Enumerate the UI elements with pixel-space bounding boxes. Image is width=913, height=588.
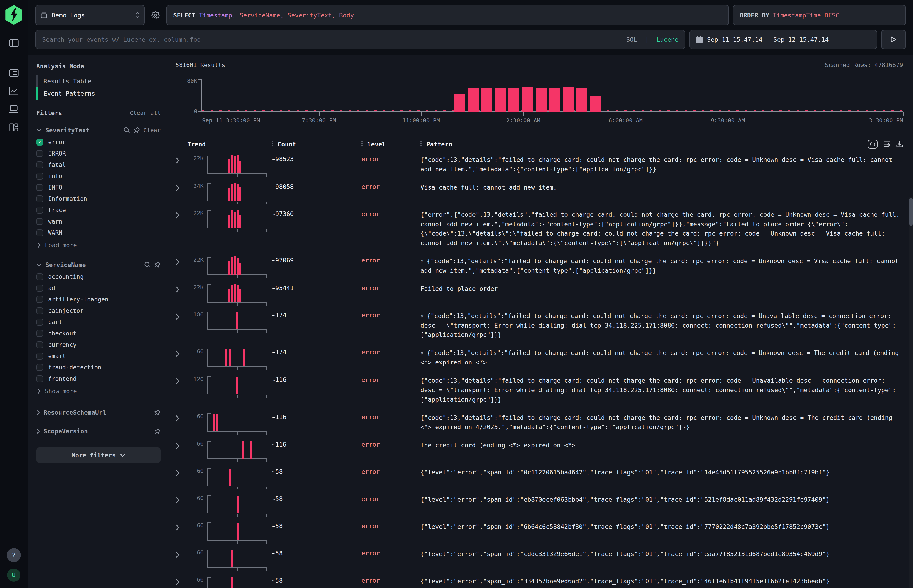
checkbox[interactable] [36, 285, 43, 291]
pattern-row[interactable]: 60~116error{"code":13,"details":"failed … [175, 409, 903, 436]
pattern-text[interactable]: {"level":"error","span_id":"eb870ecef063… [421, 494, 903, 514]
pattern-text[interactable]: {"code":13,"details":"failed to charge c… [421, 155, 903, 174]
analysis-mode-option[interactable]: Results Table [36, 75, 160, 87]
pattern-row[interactable]: 60~58error{"level":"error","span_id":"33… [175, 572, 903, 588]
time-range-picker[interactable]: Sep 11 15:47:14 - Sep 12 15:47:14 [690, 30, 877, 49]
expand-chevron-icon[interactable] [175, 182, 187, 201]
pattern-row[interactable]: 60~58error{"level":"error","span_id":"0c… [175, 464, 903, 491]
histogram-plot[interactable]: Sep 11 3:30:00 PM7:30:00 PM11:00:00 PM2:… [201, 79, 903, 112]
filter-checkbox-item[interactable]: ERROR [36, 148, 160, 159]
pattern-text[interactable]: {"code":13,"details":"failed to charge c… [421, 375, 903, 404]
filter-checkbox-item[interactable]: info [36, 170, 160, 182]
pattern-row[interactable]: 60~116errorThe credit card (ending <*> e… [175, 436, 903, 464]
filter-checkbox-item[interactable]: ad [36, 283, 160, 294]
pattern-text[interactable]: {"level":"error","span_id":"334357bae9ed… [421, 576, 903, 588]
checkbox[interactable] [36, 162, 43, 168]
checkbox[interactable] [36, 207, 43, 213]
checkbox[interactable]: ✓ [36, 139, 43, 145]
expand-chevron-icon[interactable] [175, 375, 187, 404]
analysis-mode-option[interactable]: Event Patterns [36, 87, 160, 100]
source-select[interactable]: Demo Logs [36, 5, 145, 25]
column-resize-handle[interactable] [421, 141, 422, 147]
search-icon[interactable] [144, 262, 151, 268]
clear-all-filters-button[interactable]: Clear all [130, 110, 160, 116]
expand-chevron-icon[interactable] [175, 576, 187, 588]
expand-chevron-icon[interactable] [175, 467, 187, 486]
checkbox[interactable] [36, 195, 43, 202]
pattern-row[interactable]: 60~174error×{"code":13,"details":"failed… [175, 344, 903, 372]
filter-checkbox-item[interactable]: trace [36, 204, 160, 216]
pattern-text[interactable]: {"level":"error","span_id":"0c11220615ba… [421, 467, 903, 486]
pattern-text[interactable]: ×{"code":13,"details":"failed to charge … [421, 311, 903, 340]
checkbox[interactable] [36, 375, 43, 382]
pattern-text[interactable]: {"code":13,"details":"failed to charge c… [421, 412, 903, 432]
code-view-icon[interactable] [868, 140, 877, 149]
expand-chevron-icon[interactable] [175, 522, 187, 541]
checkbox[interactable] [36, 364, 43, 371]
expand-chevron-icon[interactable] [175, 412, 187, 432]
checkbox[interactable] [36, 229, 43, 236]
search-icon[interactable] [124, 127, 130, 133]
filter-checkbox-item[interactable]: fatal [36, 159, 160, 170]
checkbox[interactable] [36, 353, 43, 360]
filter-checkbox-item[interactable]: cart [36, 317, 160, 328]
expand-chevron-icon[interactable] [175, 256, 187, 275]
checkbox[interactable] [36, 330, 43, 337]
filter-group-name[interactable]: SeverityText [45, 127, 89, 134]
pattern-row[interactable]: 22K~95441errorFailed to place order [175, 280, 903, 307]
checkbox[interactable] [36, 341, 43, 348]
pattern-text[interactable]: {"level":"error","span_id":"cddc331329e6… [421, 549, 903, 568]
search-logs-icon[interactable] [8, 67, 20, 79]
checkbox[interactable] [36, 173, 43, 179]
expand-chevron-icon[interactable] [175, 440, 187, 459]
pattern-row[interactable]: 60~58error{"level":"error","span_id":"6b… [175, 518, 903, 545]
chevron-down-icon[interactable] [36, 263, 42, 267]
chevron-down-icon[interactable] [36, 128, 42, 132]
expand-chevron-icon[interactable] [175, 311, 187, 340]
load-more-button[interactable]: Load more [37, 239, 160, 251]
scrollbar-thumb[interactable] [910, 198, 913, 226]
pattern-text[interactable]: The credit card (ending <*> expired on <… [421, 440, 903, 459]
filter-checkbox-item[interactable]: cainjector [36, 305, 160, 317]
events-histogram[interactable]: 80K 0 Sep 11 3:30:00 PM7:30:00 PM11:00:0… [175, 76, 908, 126]
order-by-editor[interactable]: ORDER BY TimestampTime DESC [733, 5, 906, 25]
dashboards-icon[interactable] [8, 121, 20, 133]
expand-chevron-icon[interactable] [175, 155, 187, 174]
filter-checkbox-item[interactable]: ✓error [36, 136, 160, 148]
filter-checkbox-item[interactable]: fraud-detection [36, 362, 160, 373]
column-resize-handle[interactable] [361, 141, 363, 147]
filter-checkbox-item[interactable]: INFO [36, 182, 160, 193]
filter-checkbox-item[interactable]: accounting [36, 271, 160, 283]
expand-chevron-icon[interactable] [175, 494, 187, 514]
expand-chevron-icon[interactable] [175, 210, 187, 248]
pin-icon[interactable] [134, 127, 140, 133]
pattern-text[interactable]: Visa cache full: cannot add new item. [421, 182, 903, 201]
user-avatar[interactable]: U [7, 569, 20, 582]
pattern-text[interactable]: {"level":"error","span_id":"6b64c6c58842… [421, 522, 903, 541]
collapse-sidebar-icon[interactable] [8, 37, 20, 49]
expand-chevron-icon[interactable] [175, 284, 187, 303]
pin-icon[interactable] [154, 428, 160, 435]
pattern-row[interactable]: 24K~98058errorVisa cache full: cannot ad… [175, 179, 903, 206]
expand-chevron-icon[interactable] [175, 549, 187, 568]
dismiss-pattern-icon[interactable]: × [421, 350, 424, 356]
pin-icon[interactable] [154, 409, 160, 416]
pattern-row[interactable]: 22K~98523error{"code":13,"details":"fail… [175, 151, 903, 179]
checkbox[interactable] [36, 296, 43, 303]
search-input[interactable] [42, 36, 622, 43]
run-query-button[interactable] [881, 30, 906, 49]
filter-checkbox-item[interactable]: checkout [36, 328, 160, 339]
checkbox[interactable] [36, 319, 43, 326]
chart-explorer-icon[interactable] [8, 85, 20, 97]
table-scrollbar[interactable] [909, 197, 913, 588]
filter-checkbox-item[interactable]: Information [36, 193, 160, 204]
pattern-row[interactable]: 22K~97069error×{"code":13,"details":"fai… [175, 252, 903, 280]
help-button[interactable]: ? [7, 548, 21, 562]
checkbox[interactable] [36, 273, 43, 280]
filter-checkbox-item[interactable]: warn [36, 216, 160, 227]
sessions-icon[interactable] [8, 103, 20, 115]
dismiss-pattern-icon[interactable]: × [421, 258, 424, 265]
pattern-text[interactable]: ×{"code":13,"details":"failed to charge … [421, 256, 903, 275]
language-toggle-lucene[interactable]: Lucene [656, 36, 678, 43]
wrap-text-icon[interactable] [883, 141, 891, 147]
